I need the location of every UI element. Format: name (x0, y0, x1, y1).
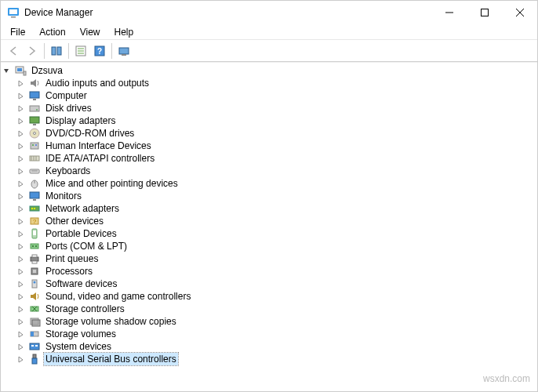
titlebar: Device Manager (1, 1, 537, 24)
sound-icon (28, 290, 41, 303)
tree-item[interactable]: Sound, video and game controllers (1, 290, 537, 303)
tree-item-label: IDE ATA/ATAPI controllers (44, 152, 156, 165)
tree-item-label: DVD/CD-ROM drives (44, 127, 136, 140)
expander-icon[interactable] (16, 192, 25, 201)
network-icon (28, 202, 41, 215)
expander-icon[interactable] (16, 92, 25, 100)
svg-point-23 (36, 109, 38, 111)
svg-rect-24 (30, 117, 39, 123)
expander-icon[interactable] (16, 79, 25, 88)
back-button[interactable] (4, 42, 23, 60)
disk-icon (28, 102, 41, 114)
tree-item[interactable]: DVD/CD-ROM drives (1, 127, 537, 140)
tree-item[interactable]: Audio inputs and outputs (1, 77, 537, 89)
expander-icon[interactable] (16, 330, 25, 339)
tree-item-label: Keyboards (44, 165, 92, 177)
properties-button[interactable] (71, 42, 90, 60)
expander-icon[interactable] (16, 292, 25, 301)
tree-item[interactable]: Display adapters (1, 114, 537, 127)
menu-action[interactable]: Action (33, 25, 71, 39)
expander-icon[interactable] (16, 104, 25, 113)
expander-icon[interactable] (16, 217, 25, 226)
expander-icon[interactable] (16, 142, 25, 151)
expander-icon[interactable] (16, 242, 25, 251)
tree-item[interactable]: Storage volumes (1, 328, 537, 340)
close-button[interactable] (502, 1, 537, 24)
expander-icon[interactable] (16, 154, 25, 163)
svg-rect-7 (52, 47, 56, 55)
tree-item[interactable]: IDE ATA/ATAPI controllers (1, 152, 537, 165)
expander-icon[interactable] (16, 117, 25, 125)
svg-rect-30 (35, 144, 37, 146)
tree-item[interactable]: Mice and other pointing devices (1, 177, 537, 190)
tree-item[interactable]: Network adapters (1, 202, 537, 215)
svg-point-57 (34, 281, 36, 284)
menu-help[interactable]: Help (108, 25, 140, 39)
expander-icon[interactable] (16, 205, 25, 213)
window-title: Device Manager (24, 7, 93, 18)
tree-item[interactable]: Monitors (1, 190, 537, 202)
svg-rect-16 (122, 54, 126, 56)
expander-icon[interactable] (16, 167, 25, 176)
svg-rect-62 (31, 332, 34, 336)
monitor-icon (28, 89, 41, 102)
tree-item[interactable]: Software devices (1, 278, 537, 290)
tree-item[interactable]: Portable Devices (1, 227, 537, 240)
tree-item[interactable]: System devices (1, 340, 537, 353)
tree-item[interactable]: Processors (1, 265, 537, 278)
ide-icon (28, 152, 41, 165)
tree-item-label: Monitors (44, 190, 83, 202)
forward-button[interactable] (23, 42, 42, 60)
scan-hardware-button[interactable] (115, 42, 133, 60)
tree-item[interactable]: Human Interface Devices (1, 140, 537, 152)
maximize-button[interactable] (467, 1, 502, 24)
svg-rect-18 (17, 68, 22, 71)
svg-rect-52 (32, 255, 37, 257)
help-button[interactable]: ? (90, 42, 109, 60)
software-icon (28, 278, 41, 290)
cd-icon (28, 127, 41, 140)
tree-item[interactable]: Computer (1, 89, 537, 102)
expander-icon[interactable] (2, 67, 11, 75)
svg-point-42 (31, 208, 33, 209)
tree-item[interactable]: Keyboards (1, 165, 537, 177)
volume-icon (28, 328, 41, 340)
expander-icon[interactable] (16, 255, 25, 263)
show-hidden-button[interactable] (47, 42, 66, 60)
tree-item[interactable]: Storage volume shadow copies (1, 315, 537, 328)
expander-icon[interactable] (16, 343, 25, 351)
expander-icon[interactable] (16, 305, 25, 314)
device-tree[interactable]: DzsuvaAudio inputs and outputsComputerDi… (1, 62, 537, 391)
minimize-button[interactable] (431, 1, 467, 24)
printer-icon (28, 252, 41, 265)
expander-icon[interactable] (16, 180, 25, 188)
tree-root-label: Dzsuva (30, 64, 64, 77)
tree-item[interactable]: Disk drives (1, 102, 537, 114)
svg-point-27 (34, 132, 36, 135)
tree-item[interactable]: ?Other devices (1, 215, 537, 227)
tree-item[interactable]: Ports (COM & LPT) (1, 240, 537, 252)
menu-file[interactable]: File (4, 25, 31, 39)
tree-item[interactable]: Universal Serial Bus controllers (1, 353, 537, 365)
tree-item[interactable]: Storage controllers (1, 303, 537, 315)
tree-item-label: Human Interface Devices (44, 140, 153, 152)
tree-item-label: Computer (44, 89, 89, 102)
svg-text:?: ? (97, 47, 102, 56)
expander-icon[interactable] (16, 230, 25, 238)
svg-rect-64 (31, 345, 34, 347)
svg-rect-63 (30, 343, 39, 350)
keyboard-icon (28, 165, 41, 177)
tree-root[interactable]: Dzsuva (1, 64, 537, 77)
expander-icon[interactable] (16, 318, 25, 326)
svg-rect-20 (30, 92, 39, 98)
system-icon (28, 340, 41, 353)
expander-icon[interactable] (16, 280, 25, 289)
tree-item[interactable]: Print queues (1, 252, 537, 265)
svg-rect-48 (31, 244, 38, 249)
svg-rect-28 (31, 143, 38, 149)
expander-icon[interactable] (16, 355, 25, 364)
expander-icon[interactable] (16, 267, 25, 276)
menu-view[interactable]: View (74, 25, 107, 39)
tree-item-label: Processors (44, 265, 94, 278)
expander-icon[interactable] (16, 129, 25, 138)
